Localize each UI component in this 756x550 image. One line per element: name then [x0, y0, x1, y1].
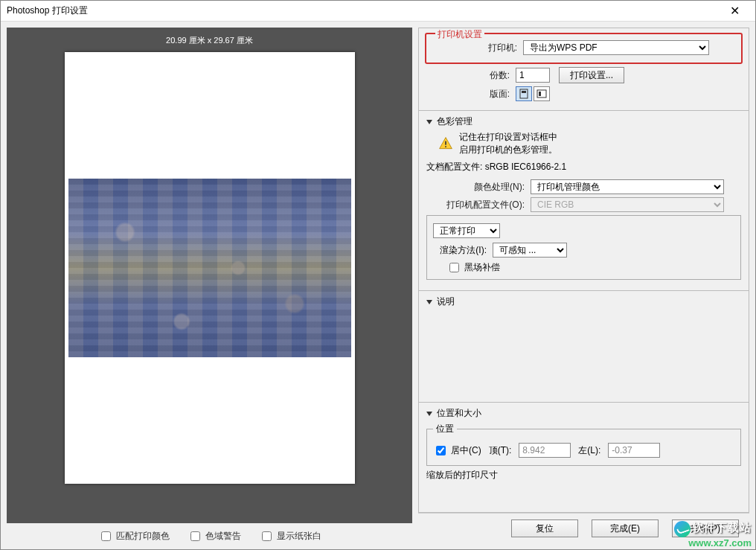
show-paper-white-input[interactable] — [262, 531, 272, 541]
center-checkbox[interactable] — [436, 446, 446, 455]
printer-setup-legend: 打印机设置 — [435, 28, 484, 41]
color-management-title: 色彩管理 — [437, 115, 472, 128]
gamut-warning-input[interactable] — [190, 531, 200, 541]
black-point-checkbox[interactable] — [449, 263, 459, 272]
center-text: 居中(C) — [451, 444, 481, 457]
svg-rect-2 — [537, 90, 546, 97]
rendering-intent-select[interactable]: 可感知 ... — [493, 243, 567, 258]
svg-rect-3 — [539, 92, 541, 96]
reset-button[interactable]: 复位 — [511, 519, 578, 537]
settings-panel: 打印机设置 打印机: 导出为WPS PDF 份数: 打印设置... 版面: — [418, 28, 749, 543]
printer-label: 打印机: — [434, 42, 523, 54]
portrait-icon[interactable] — [516, 86, 532, 101]
rendering-fieldset: 正常打印 渲染方法(I): 可感知 ... 黑场补偿 — [426, 215, 741, 280]
done-button[interactable]: 完成(E) — [592, 519, 659, 537]
gamut-warning-checkbox[interactable]: 色域警告 — [188, 529, 241, 543]
position-size-title: 位置和大小 — [437, 407, 481, 420]
color-handling-select[interactable]: 打印机管理颜色 — [531, 179, 724, 194]
color-warning: 记住在打印设置对话框中 启用打印机的色彩管理。 — [438, 131, 741, 156]
warning-text: 记住在打印设置对话框中 启用打印机的色彩管理。 — [459, 131, 557, 156]
position-size-header[interactable]: 位置和大小 — [426, 407, 741, 420]
preview-canvas: 20.99 厘米 x 29.67 厘米 — [7, 28, 412, 523]
close-icon[interactable]: ✕ — [720, 4, 749, 18]
description-title: 说明 — [437, 295, 455, 308]
normal-print-select[interactable]: 正常打印 — [433, 223, 500, 238]
scaled-print-size-label: 缩放后的打印尺寸 — [426, 469, 741, 482]
warning-icon — [438, 136, 453, 151]
layout-label: 版面: — [426, 88, 516, 100]
chevron-down-icon — [426, 120, 432, 124]
rendering-label: 渲染方法(I): — [433, 244, 493, 257]
print-dialog: Photoshop 打印设置 ✕ 20.99 厘米 x 29.67 厘米 匹配打… — [0, 0, 756, 550]
doc-profile-value: sRGB IEC61966-2.1 — [485, 162, 566, 172]
settings-scroll[interactable]: 打印机设置 打印机: 导出为WPS PDF 份数: 打印设置... 版面: — [418, 28, 749, 513]
position-fieldset: 位置 居中(C) 顶(T): 左(L): — [426, 423, 741, 466]
match-print-colors-label: 匹配打印颜色 — [116, 530, 170, 543]
dimensions-label: 20.99 厘米 x 29.67 厘米 — [166, 35, 253, 46]
printer-profile-label: 打印机配置文件(O): — [426, 199, 531, 211]
print-settings-button[interactable]: 打印设置... — [559, 67, 624, 83]
description-header[interactable]: 说明 — [426, 295, 741, 308]
preview-options: 匹配打印颜色 色域警告 显示纸张白 — [7, 523, 412, 543]
content-area: 20.99 厘米 x 29.67 厘米 匹配打印颜色 色域警告 显示纸张白 打印… — [1, 22, 755, 549]
copies-label: 份数: — [426, 69, 516, 82]
dialog-buttons: 复位 完成(E) 打印(P) — [418, 513, 749, 543]
printer-setup-group: 打印机设置 打印机: 导出为WPS PDF — [425, 33, 743, 64]
black-point-label: 黑场补偿 — [464, 261, 500, 274]
doc-profile-row: 文档配置文件: sRGB IEC61966-2.1 — [426, 161, 741, 173]
preview-panel: 20.99 厘米 x 29.67 厘米 匹配打印颜色 色域警告 显示纸张白 — [7, 28, 412, 543]
print-button[interactable]: 打印(P) — [672, 519, 739, 537]
top-label: 顶(T): — [489, 444, 512, 457]
position-size-section: 位置和大小 位置 居中(C) 顶(T): 左(L): 缩放后的打印尺寸 — [419, 402, 749, 489]
chevron-down-icon — [426, 412, 432, 416]
printer-select[interactable]: 导出为WPS PDF — [523, 40, 709, 55]
center-checkbox-label[interactable]: 居中(C) — [433, 444, 481, 458]
left-input — [608, 443, 660, 458]
svg-rect-5 — [445, 146, 446, 147]
doc-profile-label: 文档配置文件: — [426, 162, 482, 172]
show-paper-white-checkbox[interactable]: 显示纸张白 — [259, 529, 321, 543]
show-paper-white-label: 显示纸张白 — [277, 530, 321, 543]
left-label: 左(L): — [578, 444, 600, 457]
color-management-section: 色彩管理 记住在打印设置对话框中 启用打印机的色彩管理。 文档配置文件: sRG… — [419, 110, 749, 290]
match-print-colors-input[interactable] — [101, 531, 111, 541]
position-legend: 位置 — [433, 423, 457, 435]
svg-rect-4 — [445, 141, 446, 145]
warning-line1: 记住在打印设置对话框中 — [459, 131, 557, 144]
image-preview[interactable] — [68, 179, 351, 357]
landscape-icon[interactable] — [534, 86, 550, 101]
svg-rect-0 — [520, 89, 528, 98]
window-title: Photoshop 打印设置 — [7, 4, 720, 17]
printer-profile-select: CIE RGB — [531, 197, 724, 212]
paper-preview[interactable] — [65, 52, 355, 484]
description-section: 说明 — [419, 290, 749, 402]
gamut-warning-label: 色域警告 — [205, 530, 241, 543]
titlebar: Photoshop 打印设置 ✕ — [1, 1, 755, 22]
svg-rect-1 — [522, 91, 526, 93]
chevron-down-icon — [426, 300, 432, 304]
color-management-header[interactable]: 色彩管理 — [426, 115, 741, 128]
color-handling-label: 颜色处理(N): — [426, 181, 531, 194]
match-print-colors-checkbox[interactable]: 匹配打印颜色 — [98, 529, 170, 543]
warning-line2: 启用打印机的色彩管理。 — [459, 144, 557, 156]
top-input — [519, 443, 571, 458]
copies-input[interactable] — [516, 68, 550, 83]
